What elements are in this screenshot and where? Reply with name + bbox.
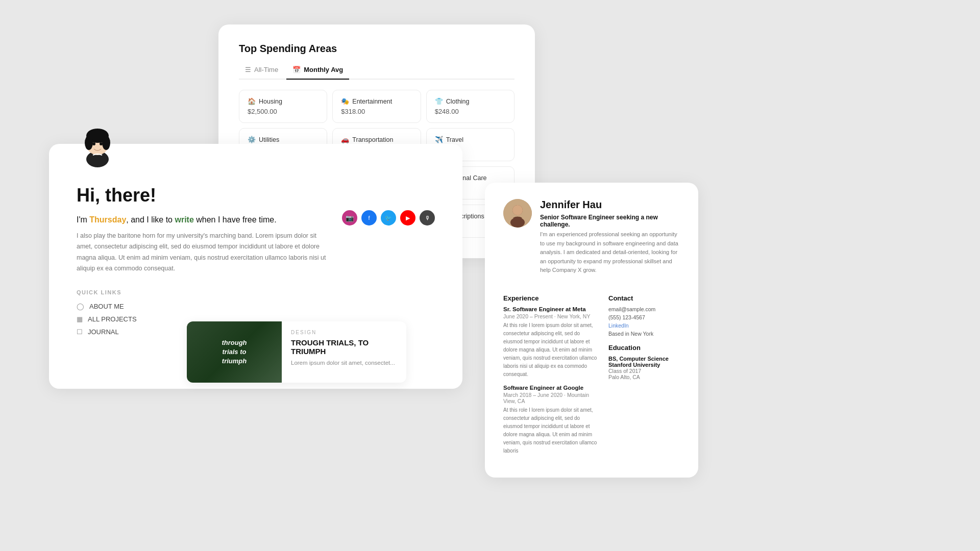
calendar-icon: ☰ bbox=[245, 66, 251, 73]
project-card: throughtrials totriumph DESIGN TROUGH TR… bbox=[187, 321, 406, 383]
entertainment-label: Entertainment bbox=[352, 98, 392, 105]
contact-email: email@sample.com bbox=[608, 306, 680, 312]
contact-title: Contact bbox=[608, 294, 680, 302]
spending-item-entertainment: 🎭 Entertainment $318.00 bbox=[332, 90, 421, 123]
svg-point-4 bbox=[102, 136, 110, 150]
svg-point-9 bbox=[510, 217, 525, 228]
quick-link-about-me[interactable]: ◯ ABOUT ME bbox=[77, 303, 435, 310]
housing-label: Housing bbox=[259, 98, 282, 105]
job-2-date: March 2018 – June 2020 · Mountain View, … bbox=[503, 392, 598, 404]
about-me-label: ABOUT ME bbox=[89, 303, 124, 310]
project-image-text: throughtrials totriumph bbox=[222, 338, 247, 366]
job-1-title: Sr. Software Engineer at Meta bbox=[503, 306, 598, 312]
write-highlight: write bbox=[175, 215, 193, 224]
tab-monthly-avg[interactable]: 📅 Monthly Avg bbox=[286, 63, 349, 80]
tab-all-time[interactable]: ☰ All-Time bbox=[239, 63, 284, 80]
journal-label: JOURNAL bbox=[88, 328, 119, 336]
about-me-icon: ◯ bbox=[77, 303, 84, 310]
projects-icon: ▦ bbox=[77, 315, 83, 323]
job-2-desc: At this role I lorem ipsum dolor sit ame… bbox=[503, 406, 598, 455]
education-location: Palo Alto, CA bbox=[608, 374, 680, 380]
svg-point-5 bbox=[92, 142, 95, 145]
spending-item-clothing: 👕 Clothing $248.00 bbox=[426, 90, 514, 123]
resume-name: Jennifer Hau bbox=[540, 199, 680, 211]
resume-header-info: Jennifer Hau Senior Software Engineer se… bbox=[540, 199, 680, 275]
home-icon: 🏠 bbox=[248, 97, 256, 105]
tagline-middle: , and I like to bbox=[126, 215, 175, 224]
project-image: throughtrials totriumph bbox=[187, 321, 282, 383]
utilities-icon: ⚙️ bbox=[248, 136, 256, 143]
bio-text: I also play the baritone horn for my uni… bbox=[77, 231, 332, 274]
project-content: throughtrials totriumph DESIGN TROUGH TR… bbox=[187, 321, 406, 383]
clothing-value: $248.00 bbox=[435, 108, 506, 115]
instagram-icon[interactable]: 📷 bbox=[342, 210, 357, 226]
education-title: Education bbox=[608, 344, 680, 352]
resume-sidebar: Contact email@sample.com (555) 123-4567 … bbox=[608, 287, 680, 461]
quick-links-title: QUICK LINKS bbox=[77, 289, 435, 295]
social-icons: 📷 f 🐦 ▶ 🎙 bbox=[342, 210, 435, 226]
spending-tabs: ☰ All-Time 📅 Monthly Avg bbox=[239, 63, 514, 80]
facebook-icon[interactable]: f bbox=[361, 210, 377, 226]
job-1-desc: At this role I lorem ipsum dolor sit ame… bbox=[503, 321, 598, 379]
resume-header: Jennifer Hau Senior Software Engineer se… bbox=[503, 199, 680, 275]
resume-body: Experience Sr. Software Engineer at Meta… bbox=[503, 287, 680, 461]
entertainment-value: $318.00 bbox=[341, 108, 412, 115]
tagline-prefix: I'm bbox=[77, 215, 89, 224]
travel-label: Travel bbox=[446, 136, 463, 143]
podcast-icon[interactable]: 🎙 bbox=[420, 210, 435, 226]
contact-phone: (555) 123-4567 bbox=[608, 314, 680, 320]
tab-all-time-label: All-Time bbox=[254, 66, 278, 73]
experience-title: Experience bbox=[503, 294, 598, 302]
avatar bbox=[503, 199, 532, 228]
svg-point-10 bbox=[512, 205, 523, 215]
transport-icon: 🚗 bbox=[341, 136, 349, 143]
journal-icon: ☐ bbox=[77, 328, 83, 336]
avatar-image bbox=[503, 199, 532, 228]
education-degree: BS, Computer Science bbox=[608, 356, 680, 362]
tagline-suffix: when I have free time. bbox=[194, 215, 277, 224]
transport-label: Transportation bbox=[352, 136, 393, 143]
project-text: DESIGN TROUGH TRIALS, TO TRIUMPH Lorem i… bbox=[282, 321, 406, 383]
project-title: TROUGH TRIALS, TO TRIUMPH bbox=[291, 338, 397, 356]
calendar-icon-2: 📅 bbox=[292, 66, 301, 73]
avatar-illustration bbox=[75, 123, 120, 169]
svg-point-3 bbox=[85, 136, 93, 150]
tab-monthly-avg-label: Monthly Avg bbox=[304, 66, 343, 73]
resume-headline: Senior Software Engineer seeking a new c… bbox=[540, 214, 680, 228]
housing-value: $2,500.00 bbox=[248, 108, 318, 115]
spending-title: Top Spending Areas bbox=[239, 43, 514, 55]
contact-location: Based in New York bbox=[608, 331, 680, 337]
job-1-date: June 2020 – Present · New York, NY bbox=[503, 313, 598, 319]
resume-card: Jennifer Hau Senior Software Engineer se… bbox=[485, 183, 698, 478]
spending-item-housing: 🏠 Housing $2,500.00 bbox=[239, 90, 327, 123]
education-school: Stanford University bbox=[608, 362, 680, 368]
greeting: Hi, there! bbox=[77, 185, 435, 206]
clothing-icon: 👕 bbox=[435, 97, 443, 105]
job-2-title: Software Engineer at Google bbox=[503, 385, 598, 391]
name-highlight: Thursday bbox=[89, 215, 126, 224]
entertainment-icon: 🎭 bbox=[341, 97, 349, 105]
contact-linkedin[interactable]: LinkedIn bbox=[608, 322, 680, 329]
project-desc: Lorem ipsum dolor sit amet, consectet... bbox=[291, 359, 397, 367]
resume-experience: Experience Sr. Software Engineer at Meta… bbox=[503, 287, 598, 461]
all-projects-label: ALL PROJECTS bbox=[88, 315, 137, 323]
youtube-icon[interactable]: ▶ bbox=[400, 210, 415, 226]
utilities-label: Utilities bbox=[259, 136, 279, 143]
project-tag: DESIGN bbox=[291, 330, 397, 335]
resume-bio: I'm an experienced professional seeking … bbox=[540, 230, 680, 275]
education-class: Class of 2017 bbox=[608, 368, 680, 374]
svg-point-6 bbox=[100, 142, 103, 145]
clothing-label: Clothing bbox=[446, 98, 470, 105]
travel-icon: ✈️ bbox=[435, 136, 443, 143]
twitter-icon[interactable]: 🐦 bbox=[381, 210, 396, 226]
